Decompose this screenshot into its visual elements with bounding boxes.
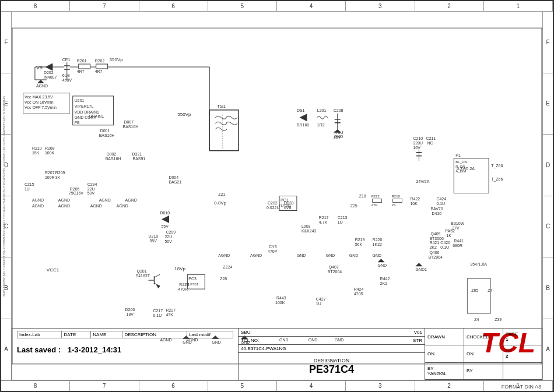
svg-text:GND: GND <box>297 253 306 257</box>
svg-text:C427: C427 <box>316 297 326 301</box>
col-label-b-2: 2 <box>415 380 484 391</box>
col-labels-bottom: 8 7 6 5 4 3 2 1 <box>1 380 553 391</box>
row-label-r-C: C <box>542 196 553 258</box>
svg-text:35V/1.0A: 35V/1.0A <box>470 262 487 266</box>
svg-text:DS1: DS1 <box>297 108 305 112</box>
svg-text:PA52: PA52 <box>445 229 455 233</box>
svg-text:100K: 100K <box>275 301 285 305</box>
svg-text:15K: 15K <box>32 151 40 155</box>
svg-text:18V: 18V <box>127 312 134 316</box>
svg-text:DRAIN1: DRAIN1 <box>89 114 104 118</box>
svg-text:S4163T: S4163T <box>136 274 150 278</box>
svg-text:R443: R443 <box>276 296 286 300</box>
svg-text:R421: R421 <box>429 241 439 245</box>
svg-text:R217: R217 <box>319 216 329 220</box>
svg-text:CE1: CE1 <box>62 58 71 62</box>
svg-text:22U: 22U <box>87 187 95 191</box>
svg-text:D210: D210 <box>148 234 158 238</box>
svg-text:D002: D002 <box>107 152 117 156</box>
title-center-section: SBU: V01 TCL NO: STR 40-E371C4-PWA1NG DE… <box>239 329 425 380</box>
svg-text:47R: 47R <box>371 203 378 207</box>
sbu-value: V01 <box>414 330 422 335</box>
svg-text:0.022U: 0.022U <box>267 206 279 210</box>
svg-text:T_Z66: T_Z66 <box>491 177 503 182</box>
svg-text:ZZ24: ZZ24 <box>223 265 232 269</box>
svg-text:BAV70: BAV70 <box>430 207 443 211</box>
svg-text:AGND: AGND <box>58 198 70 202</box>
svg-text:1U: 1U <box>24 187 30 191</box>
svg-text:Vcc OFF  7.5Vmin: Vcc OFF 7.5Vmin <box>24 105 57 110</box>
svg-text:AGND: AGND <box>32 198 44 202</box>
svg-text:D033: D033 <box>284 201 294 205</box>
svg-text:R201: R201 <box>77 59 87 63</box>
checked-header: CHECKED <box>464 329 503 345</box>
svg-text:1K22: 1K22 <box>373 242 382 246</box>
svg-text:1R2: 1R2 <box>317 123 325 127</box>
svg-text:50V: 50V <box>87 192 95 196</box>
svg-text:C294: C294 <box>87 182 97 186</box>
svg-text:D010: D010 <box>160 211 170 215</box>
svg-text:R207: R207 <box>45 171 55 175</box>
col-label-b-4: 4 <box>277 380 346 391</box>
svg-marker-43 <box>300 114 307 121</box>
svg-text:C208: C208 <box>334 108 343 112</box>
date-header: DATE <box>62 331 91 338</box>
svg-text:0.8Vp: 0.8Vp <box>214 200 226 206</box>
col-labels-top: 8 7 6 5 4 3 2 1 <box>1 1 553 12</box>
page-header: PAGE 1 <box>503 329 542 345</box>
svg-text:Q201: Q201 <box>137 269 147 274</box>
svg-text:R219: R219 <box>355 238 365 242</box>
svg-text:AGND: AGND <box>58 204 70 208</box>
svg-text:L003: L003 <box>301 224 311 228</box>
svg-text:CY3: CY3 <box>269 245 277 249</box>
row-label-r-D: D <box>542 135 553 196</box>
svg-text:AGND: AGND <box>32 204 44 208</box>
svg-text:D410: D410 <box>432 211 441 216</box>
svg-text:470R: 470R <box>354 292 364 296</box>
row-label-r-E: E <box>542 73 553 135</box>
svg-text:47K: 47K <box>166 313 173 317</box>
svg-text:R422: R422 <box>410 197 420 201</box>
svg-text:50V: 50V <box>164 239 172 243</box>
svg-text:NC: NC <box>427 141 433 145</box>
svg-text:L201: L201 <box>317 108 327 112</box>
svg-text:100K: 100K <box>45 151 55 155</box>
svg-text:4.7K: 4.7K <box>319 220 328 224</box>
svg-text:R424: R424 <box>354 287 364 291</box>
drawn-on: ON <box>425 345 464 362</box>
header-row: DRAWN CHECKED PAGE 1 <box>425 329 542 345</box>
svg-text:Z39: Z39 <box>495 317 502 322</box>
svg-text:BAS91: BAS91 <box>133 157 146 161</box>
empty-cell <box>503 363 542 379</box>
svg-text:BT3006: BT3006 <box>429 236 444 241</box>
svg-text:6V8: 6V8 <box>284 206 292 210</box>
tcl-no-label: TCL NO: <box>241 338 259 343</box>
row-label-r-B: B <box>542 257 553 319</box>
svg-text:T_Z66: T_Z66 <box>491 164 503 168</box>
svg-text:BT2904: BT2904 <box>428 255 443 259</box>
col-label-b-6: 6 <box>139 380 208 391</box>
col-label-2: 2 <box>415 1 484 12</box>
svg-text:R202: R202 <box>95 59 105 63</box>
title-block: Index-Lab DATE NAME DESCRIPTION Last mod… <box>12 328 542 380</box>
svg-text:FB: FB <box>75 121 80 125</box>
col-label-b-3: 3 <box>346 380 415 391</box>
modif-header: Last modif <box>187 331 233 338</box>
svg-text:R441: R441 <box>454 239 464 243</box>
checked-by: BY <box>464 363 503 379</box>
col-label-8: 8 <box>1 1 70 12</box>
col-label-b-8: 8 <box>1 380 70 391</box>
svg-text:Z25: Z25 <box>350 204 357 208</box>
svg-text:VIPER17L: VIPER17L <box>75 104 94 108</box>
col-label-b-5: 5 <box>208 380 277 391</box>
svg-text:AGND: AGND <box>117 204 128 208</box>
drawn-by: BY YANGGL <box>425 363 464 379</box>
svg-text:D321: D321 <box>132 152 142 156</box>
col-label-7: 7 <box>70 1 139 12</box>
svg-text:2K2: 2K2 <box>429 245 437 249</box>
svg-text:C211: C211 <box>426 136 436 140</box>
svg-text:BAS16H: BAS16H <box>123 125 139 129</box>
svg-text:R205: R205 <box>70 187 80 191</box>
svg-text:1U: 1U <box>338 220 343 224</box>
svg-text:C424: C424 <box>436 197 446 201</box>
